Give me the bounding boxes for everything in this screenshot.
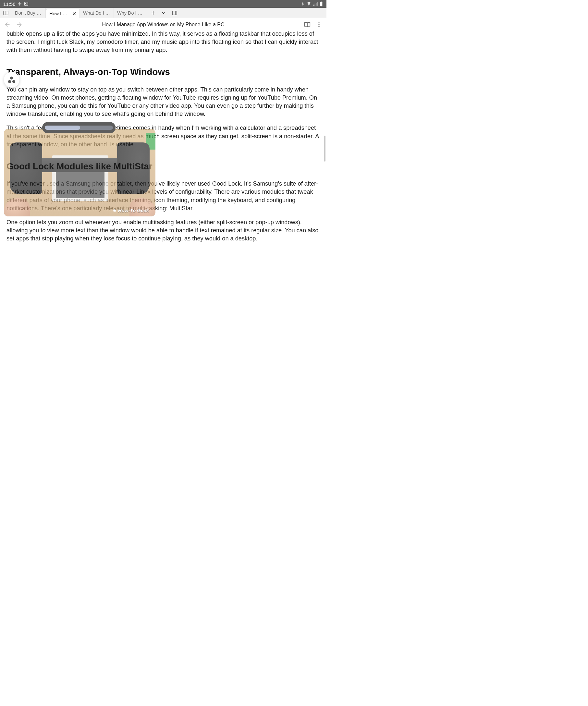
svg-rect-8 (321, 2, 322, 2)
tab-dont-buy[interactable]: Don't Buy More C... (12, 8, 46, 18)
tab-why-linux[interactable]: Why Do I Use Linu... (114, 8, 148, 18)
svg-rect-9 (4, 11, 8, 15)
status-bar: 11:56 (0, 0, 326, 8)
svg-rect-11 (172, 11, 177, 15)
slider-fill (45, 125, 80, 130)
paragraph: bubble opens up a list of the apps you h… (6, 30, 320, 54)
new-tab-button[interactable]: + (148, 8, 158, 18)
slack-icon (17, 2, 22, 6)
wifi-icon (306, 2, 312, 6)
panel-right-button[interactable] (169, 8, 181, 18)
paragraph: One option lets you zoom out whenever yo… (6, 218, 320, 243)
battery-icon (319, 1, 323, 6)
svg-point-15 (318, 26, 319, 27)
tab-label: Don't Buy More C... (15, 10, 42, 15)
vertical-scrollbar[interactable] (324, 135, 325, 162)
tab-what-do-i-refuse[interactable]: What Do I Refuse t... (80, 8, 114, 18)
floating-apps-bubble[interactable] (4, 72, 19, 88)
tabs-dropdown-button[interactable] (158, 8, 169, 18)
signal-icon (313, 2, 318, 6)
svg-rect-2 (19, 2, 20, 4)
tab-label: Why Do I Use Linu... (117, 10, 145, 15)
svg-rect-3 (19, 4, 20, 6)
panel-left-button[interactable] (0, 8, 12, 18)
reader-mode-icon[interactable] (303, 20, 312, 30)
back-button[interactable] (3, 20, 12, 30)
paragraph: You can pin any window to stay on top as… (6, 86, 320, 118)
image-icon (24, 2, 29, 6)
floating-video-window[interactable]: How-To Geek (4, 129, 155, 217)
close-icon[interactable]: ✕ (72, 11, 76, 17)
svg-point-6 (309, 5, 309, 5)
forward-button[interactable] (14, 20, 24, 30)
bubble-dots-icon (8, 77, 15, 83)
svg-rect-0 (18, 4, 19, 4)
more-menu-icon[interactable] (314, 20, 324, 30)
nav-row: How I Manage App Windows on My Phone Lik… (0, 18, 326, 31)
tab-label: What Do I Refuse t... (83, 10, 110, 15)
svg-rect-1 (20, 4, 22, 4)
heading-transparent: Transparent, Always-on-Top Windows (6, 66, 320, 79)
svg-point-13 (318, 23, 319, 23)
tab-bar: Don't Buy More C... How I Manage... ✕ Wh… (0, 8, 326, 18)
bluetooth-icon (301, 2, 305, 6)
video-watermark: How-To Geek (112, 208, 149, 213)
tab-how-i-manage[interactable]: How I Manage... ✕ (46, 9, 80, 18)
svg-point-14 (318, 24, 319, 25)
slider-track[interactable] (45, 125, 113, 130)
transparency-slider-pill[interactable] (42, 122, 116, 133)
status-time: 11:56 (3, 1, 15, 7)
svg-rect-7 (320, 2, 322, 6)
svg-point-5 (25, 3, 26, 4)
page-title: How I Manage App Windows on My Phone Lik… (26, 22, 301, 28)
tab-label: How I Manage... (49, 11, 70, 16)
